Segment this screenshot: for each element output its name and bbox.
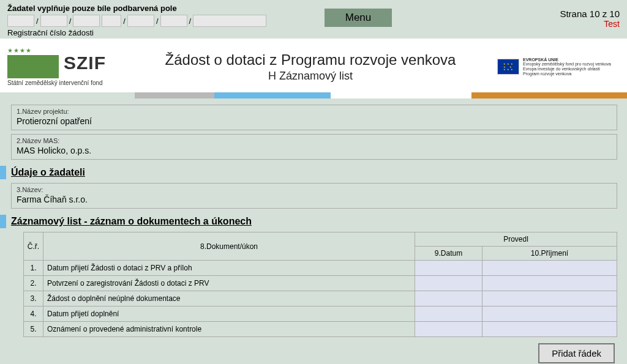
- field-label: 3.Název:: [17, 186, 612, 193]
- topbar: Žadatel vyplňuje pouze bíle podbarvená p…: [0, 0, 627, 39]
- reg-seg[interactable]: [102, 15, 121, 27]
- reg-seg[interactable]: [40, 15, 67, 27]
- row-date-input[interactable]: [415, 322, 482, 337]
- row-number: 1.: [24, 261, 43, 276]
- reg-seg[interactable]: [193, 15, 266, 27]
- field-label: 1.Název projektu:: [17, 108, 612, 115]
- add-row-button[interactable]: Přidat řádek: [538, 343, 615, 363]
- reg-seg[interactable]: [7, 15, 34, 27]
- row-doc: Datum přijetí doplnění: [43, 306, 415, 322]
- page-number: Strana 10 z 10: [560, 9, 620, 19]
- field-mas-name: 2.Název MAS: MAS Holicko, o.p.s.: [11, 134, 617, 160]
- page-indicator: Strana 10 z 10 Test: [560, 9, 620, 29]
- eu-text: EVROPSKÁ UNIE Evropský zemědělský fond p…: [523, 58, 611, 76]
- row-doc: Potvrzení o zaregistrování Žádosti o dot…: [43, 276, 415, 291]
- top-note: Žadatel vyplňuje pouze bíle podbarvená p…: [7, 4, 620, 13]
- row-surname-input[interactable]: [482, 306, 617, 322]
- table-row: 5.Oznámení o provedené administrativní k…: [24, 322, 617, 337]
- color-stripe: [0, 92, 627, 98]
- table-row: 3.Žádost o doplnění neúplné dokumentace: [24, 291, 617, 306]
- reg-seg[interactable]: [73, 15, 100, 27]
- section-log: Záznamový list - záznam o dokumentech a …: [0, 215, 617, 228]
- reg-seg[interactable]: [160, 15, 187, 27]
- szif-logo: ★★★★ SZIF Státní zemědělský intervenční …: [7, 47, 124, 86]
- section-applicant: Údaje o žadateli: [0, 166, 617, 179]
- form-area: 1.Název projektu: Protierozní opatření 2…: [0, 98, 627, 364]
- row-surname-input[interactable]: [482, 291, 617, 306]
- log-table-wrap: Č.ř. 8.Dokument/úkon Provedl 9.Datum 10.…: [23, 232, 617, 363]
- eu-block: ★ ★ ★★ ★★ ★ ★ EVROPSKÁ UNIE Evropský zem…: [497, 58, 620, 76]
- table-row: 1.Datum přijetí Žádosti o dotaci z PRV a…: [24, 261, 617, 276]
- test-label: Test: [560, 19, 620, 29]
- row-doc: Oznámení o provedené administrativní kon…: [43, 322, 415, 337]
- szif-subtitle: Státní zemědělský intervenční fond: [7, 80, 124, 86]
- banner: ★★★★ SZIF Státní zemědělský intervenční …: [0, 39, 627, 92]
- section-title: Údaje o žadateli: [11, 167, 85, 178]
- menu-button[interactable]: Menu: [325, 9, 392, 27]
- row-date-input[interactable]: [415, 291, 482, 306]
- log-table: Č.ř. 8.Dokument/úkon Provedl 9.Datum 10.…: [23, 232, 617, 337]
- th-doc: 8.Dokument/úkon: [43, 232, 415, 261]
- reg-seg[interactable]: [127, 15, 154, 27]
- row-number: 3.: [24, 291, 43, 306]
- title-block: Žádost o dotaci z Programu rozvoje venko…: [135, 51, 486, 83]
- row-surname-input[interactable]: [482, 276, 617, 291]
- row-surname-input[interactable]: [482, 261, 617, 276]
- row-doc: Žádost o doplnění neúplné dokumentace: [43, 291, 415, 306]
- row-number: 5.: [24, 322, 43, 337]
- row-date-input[interactable]: [415, 306, 482, 322]
- row-surname-input[interactable]: [482, 322, 617, 337]
- th-date: 9.Datum: [415, 247, 482, 261]
- field-applicant-name: 3.Název: Farma Číhaň s.r.o.: [11, 183, 617, 209]
- page-title: Žádost o dotaci z Programu rozvoje venko…: [135, 51, 486, 69]
- table-row: 2.Potvrzení o zaregistrování Žádosti o d…: [24, 276, 617, 291]
- registration-number-row: / / / / /: [7, 15, 620, 27]
- row-date-input[interactable]: [415, 276, 482, 291]
- th-surname: 10.Příjmení: [482, 247, 617, 261]
- eu-flag-icon: ★ ★ ★★ ★★ ★ ★: [497, 59, 519, 75]
- field-label: 2.Název MAS:: [17, 137, 612, 144]
- row-date-input[interactable]: [415, 261, 482, 276]
- field-value: Farma Číhaň s.r.o.: [17, 195, 612, 204]
- page-subtitle: H Záznamový list: [135, 70, 486, 83]
- field-value: Protierozní opatření: [17, 116, 612, 126]
- row-doc: Datum přijetí Žádosti o dotaci z PRV a p…: [43, 261, 415, 276]
- reg-label: Registrační číslo žádosti: [7, 28, 620, 37]
- row-number: 2.: [24, 276, 43, 291]
- field-value: MAS Holicko, o.p.s.: [17, 146, 612, 155]
- row-number: 4.: [24, 306, 43, 322]
- table-row: 4.Datum přijetí doplnění: [24, 306, 617, 322]
- szif-text: SZIF: [64, 53, 106, 73]
- th-group: Provedl: [415, 232, 617, 247]
- section-title: Záznamový list - záznam o dokumentech a …: [11, 216, 252, 227]
- th-cr: Č.ř.: [24, 232, 43, 261]
- field-project-name: 1.Název projektu: Protierozní opatření: [11, 105, 617, 130]
